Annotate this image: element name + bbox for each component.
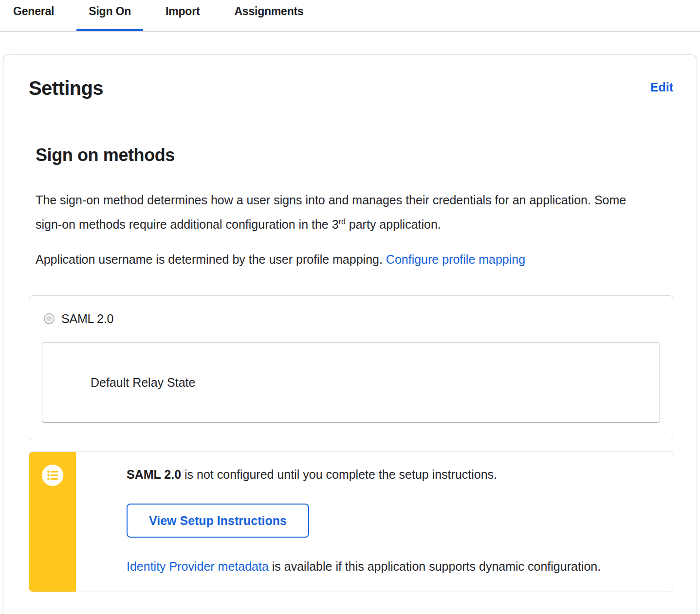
settings-card-header: Settings Edit	[29, 76, 673, 100]
settings-card: Settings Edit Sign on methods The sign-o…	[3, 54, 697, 614]
default-relay-state-box: Default Relay State	[42, 343, 660, 423]
username-mapping-text: Application username is determined by th…	[36, 253, 386, 266]
description-text: The sign-on method determines how a user…	[36, 193, 626, 231]
default-relay-state-label: Default Relay State	[91, 376, 195, 390]
callout-message-strong: SAML 2.0	[127, 468, 181, 481]
description-text-tail: party application.	[346, 217, 441, 231]
callout-message: SAML 2.0 is not configured until you com…	[127, 465, 653, 484]
view-setup-instructions-button[interactable]: View Setup Instructions	[127, 504, 309, 538]
saml-radio-row: SAML 2.0	[44, 311, 660, 326]
configure-profile-mapping-link[interactable]: Configure profile mapping	[386, 253, 525, 266]
saml-setup-callout: SAML 2.0 is not configured until you com…	[29, 451, 673, 592]
saml-radio-button[interactable]	[44, 313, 55, 324]
saml-radio-dot	[46, 316, 52, 322]
ordinal-superscript: rd	[339, 217, 346, 226]
callout-footer: Identity Provider metadata is available …	[127, 557, 653, 576]
tab-import[interactable]: Import	[153, 0, 212, 31]
page-title: Settings	[29, 76, 103, 100]
list-icon	[42, 465, 63, 486]
saml-radio-label: SAML 2.0	[61, 312, 113, 326]
edit-link[interactable]: Edit	[650, 80, 673, 94]
tab-general[interactable]: General	[1, 0, 66, 31]
sign-on-method-description: The sign-on method determines how a user…	[36, 188, 642, 236]
saml-method-box: SAML 2.0 Default Relay State	[29, 295, 673, 440]
identity-provider-metadata-link[interactable]: Identity Provider metadata	[127, 560, 269, 573]
callout-message-rest: is not configured until you complete the…	[181, 468, 497, 481]
callout-warning-strip	[29, 452, 76, 592]
tab-sign-on[interactable]: Sign On	[76, 0, 143, 31]
sign-on-methods-heading: Sign on methods	[36, 144, 673, 166]
app-tab-bar: General Sign On Import Assignments	[0, 0, 700, 32]
tab-assignments[interactable]: Assignments	[222, 0, 315, 31]
username-mapping-note: Application username is determined by th…	[36, 247, 642, 271]
callout-footer-rest: is available if this application support…	[269, 560, 601, 573]
callout-body: SAML 2.0 is not configured until you com…	[101, 452, 673, 592]
